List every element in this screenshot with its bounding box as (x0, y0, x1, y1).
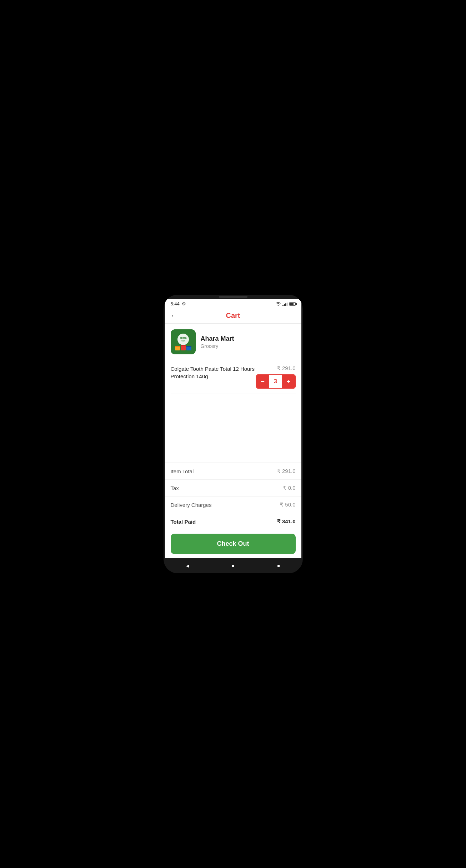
screen: 5:44 (165, 299, 301, 558)
store-logo: ahara mart (171, 329, 196, 354)
quantity-increase-button[interactable]: + (282, 375, 295, 388)
status-right (275, 302, 296, 306)
delivery-charges-row: Delivery Charges ₹ 50.0 (165, 497, 301, 513)
time-display: 5:44 (171, 301, 180, 306)
tax-label: Tax (171, 485, 179, 491)
svg-text:mart: mart (181, 340, 185, 342)
store-info: Ahara Mart Grocery (201, 335, 234, 349)
header: ← Cart (165, 308, 301, 324)
quantity-value: 3 (269, 375, 282, 388)
svg-rect-9 (186, 346, 191, 347)
item-right: ₹ 291.0 − 3 + (256, 365, 296, 389)
delivery-charges-value: ₹ 50.0 (280, 502, 295, 508)
cart-items: Colgate Tooth Paste Total 12 Hours Prote… (165, 360, 301, 394)
total-paid-value: ₹ 341.0 (277, 518, 296, 525)
svg-rect-8 (181, 345, 186, 346)
checkout-button[interactable]: Check Out (171, 534, 296, 554)
quantity-control: − 3 + (256, 374, 296, 389)
delivery-charges-label: Delivery Charges (171, 502, 212, 508)
phone-frame: 5:44 (164, 295, 303, 573)
item-total-label: Item Total (171, 468, 194, 474)
store-section: ahara mart Ahara Mart Grocery (165, 324, 301, 360)
total-paid-row: Total Paid ₹ 341.0 (165, 513, 301, 530)
cart-item: Colgate Tooth Paste Total 12 Hours Prote… (171, 360, 296, 394)
wifi-icon (275, 302, 281, 306)
svg-text:ahara: ahara (180, 336, 186, 339)
nav-back-button[interactable] (182, 561, 192, 571)
notch-bar (164, 295, 303, 299)
total-paid-label: Total Paid (171, 519, 196, 525)
item-details: Colgate Tooth Paste Total 12 Hours Prote… (171, 365, 256, 380)
status-bar: 5:44 (165, 299, 301, 308)
store-category: Grocery (201, 343, 234, 349)
svg-point-1 (177, 334, 189, 345)
svg-rect-7 (175, 346, 180, 347)
main-content: ahara mart Ahara Mart Grocery (165, 324, 301, 558)
notch (219, 296, 247, 298)
item-name: Colgate Tooth Paste Total 12 Hours Prote… (171, 366, 255, 379)
quantity-decrease-button[interactable]: − (256, 375, 269, 388)
item-total-value: ₹ 291.0 (277, 468, 296, 474)
signal-icon (282, 302, 288, 306)
nav-home-button[interactable] (228, 561, 238, 571)
back-button[interactable]: ← (171, 311, 178, 320)
summary-section: Item Total ₹ 291.0 Tax ₹ 0.0 Delivery Ch… (165, 463, 301, 530)
nav-recents-button[interactable] (274, 561, 284, 571)
item-price: ₹ 291.0 (277, 365, 296, 371)
status-left: 5:44 (171, 301, 186, 306)
page-title: Cart (226, 311, 240, 320)
battery-icon (289, 302, 296, 306)
tax-row: Tax ₹ 0.0 (165, 480, 301, 497)
tax-value: ₹ 0.0 (283, 485, 295, 491)
store-name: Ahara Mart (201, 335, 234, 343)
content-spacer (165, 394, 301, 463)
gear-icon (182, 301, 186, 306)
bottom-nav (165, 558, 301, 573)
item-total-row: Item Total ₹ 291.0 (165, 463, 301, 480)
